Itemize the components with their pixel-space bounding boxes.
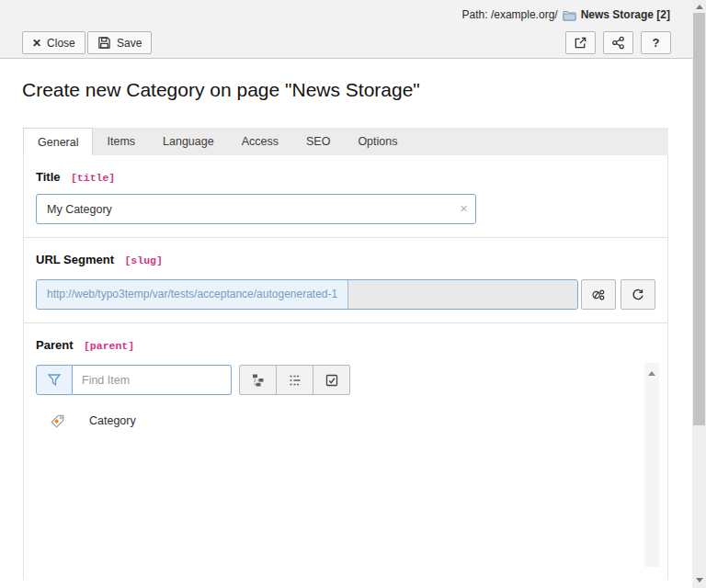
tab-bar: General Items Language Access SEO Option… — [23, 128, 668, 155]
slug-toggle-button[interactable] — [581, 279, 616, 310]
title-tca-key: [title] — [71, 172, 115, 184]
tab-general[interactable]: General — [23, 128, 93, 155]
breadcrumb: Path: /example.org/ News Storage [2] — [462, 8, 670, 21]
toggle-selected-button[interactable] — [313, 365, 350, 395]
scroll-down-icon[interactable] — [696, 578, 703, 582]
doc-header: Path: /example.org/ News Storage [2] ✕ C… — [0, 0, 692, 59]
tab-content: Title [title] × URL Segment [slug] http:… — [23, 155, 668, 580]
title-input[interactable] — [36, 194, 476, 224]
record-title: News Storage [2] — [581, 8, 670, 21]
refresh-icon — [631, 288, 645, 302]
tree-collapse-button[interactable] — [276, 365, 313, 395]
scrollbar-thumb[interactable] — [693, 13, 705, 425]
tree-expand-button[interactable] — [239, 365, 277, 395]
slug-field-label: URL Segment — [36, 253, 114, 266]
title-field-label: Title — [36, 170, 61, 184]
slug-input-box: http://web/typo3temp/var/tests/acceptanc… — [36, 279, 578, 310]
parent-tca-key: [parent] — [84, 340, 134, 352]
slug-input[interactable] — [347, 280, 577, 309]
clear-input-icon[interactable]: × — [460, 200, 468, 217]
save-button-label: Save — [117, 37, 142, 50]
form-panel: General Items Language Access SEO Option… — [23, 128, 668, 580]
open-in-new-window-icon — [574, 36, 587, 50]
tab-items[interactable]: Items — [93, 128, 149, 155]
save-button[interactable]: Save — [87, 31, 152, 54]
tree-scroll-up-icon[interactable] — [648, 371, 655, 376]
save-icon — [97, 36, 111, 50]
share-icon — [611, 36, 625, 50]
page-path-label: Path: /example.org/ — [462, 8, 558, 21]
scroll-up-icon[interactable] — [696, 5, 703, 9]
window-scrollbar[interactable] — [692, 0, 706, 588]
tree-item-label: Category — [89, 414, 136, 427]
tree-toolbar — [239, 365, 350, 395]
slug-tca-key: [slug] — [124, 254, 162, 266]
category-tree: Category — [36, 412, 655, 430]
tab-seo[interactable]: SEO — [292, 128, 344, 155]
parent-field-label: Parent — [36, 338, 73, 352]
help-icon: ? — [653, 36, 660, 50]
title-input-wrap: × — [36, 194, 476, 224]
close-button-label: Close — [47, 37, 75, 50]
tree-scrollbar[interactable] — [644, 363, 659, 567]
tab-language[interactable]: Language — [149, 128, 228, 155]
slug-field-section: URL Segment [slug] http://web/typo3temp/… — [24, 238, 667, 323]
close-button[interactable]: ✕ Close — [22, 31, 85, 54]
category-tag-icon — [50, 413, 65, 429]
funnel-icon — [47, 373, 62, 387]
tree-filter-input[interactable] — [73, 365, 232, 395]
tab-options[interactable]: Options — [344, 128, 411, 155]
folder-icon — [563, 9, 576, 21]
checkbox-checked-icon — [325, 373, 339, 388]
link-icon — [591, 288, 606, 302]
parent-filter-row — [36, 365, 655, 395]
tree-item-category[interactable]: Category — [36, 412, 655, 430]
filter-addon — [36, 365, 73, 395]
help-button[interactable]: ? — [641, 31, 671, 54]
tab-access[interactable]: Access — [228, 128, 292, 155]
open-in-new-window-button[interactable] — [565, 31, 596, 54]
slug-prefix: http://web/typo3temp/var/tests/acceptanc… — [37, 280, 347, 309]
parent-field-section: Parent [parent] — [24, 323, 667, 580]
slug-recalculate-button[interactable] — [621, 279, 655, 310]
page-title: Create new Category on page "News Storag… — [22, 79, 420, 101]
slug-input-group: http://web/typo3temp/var/tests/acceptanc… — [36, 279, 655, 310]
tree-expand-icon — [251, 373, 266, 388]
close-icon: ✕ — [32, 37, 41, 50]
list-icon — [288, 373, 302, 388]
share-button[interactable] — [603, 31, 633, 54]
title-field-section: Title [title] × — [24, 155, 667, 238]
